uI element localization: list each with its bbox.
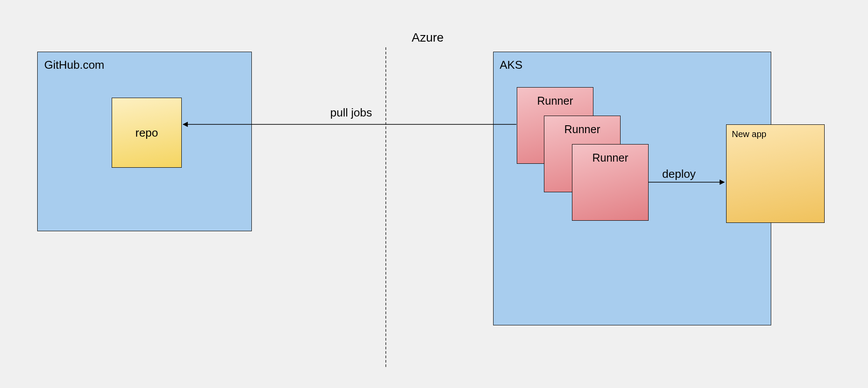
aks-container: AKS Runner Runner Runner New app	[493, 52, 771, 325]
aks-container-label: AKS	[500, 58, 522, 72]
new-app-box: New app	[726, 124, 825, 223]
github-container-label: GitHub.com	[44, 58, 104, 72]
azure-region-label: Azure	[412, 31, 444, 45]
edge-label-deploy: deploy	[662, 167, 696, 181]
repo-label: repo	[135, 126, 158, 140]
edge-label-pull-jobs: pull jobs	[330, 106, 372, 120]
runner-box-3: Runner	[572, 144, 649, 221]
github-container: GitHub.com repo	[37, 52, 252, 231]
region-divider	[385, 47, 386, 367]
repo-box: repo	[112, 98, 182, 168]
